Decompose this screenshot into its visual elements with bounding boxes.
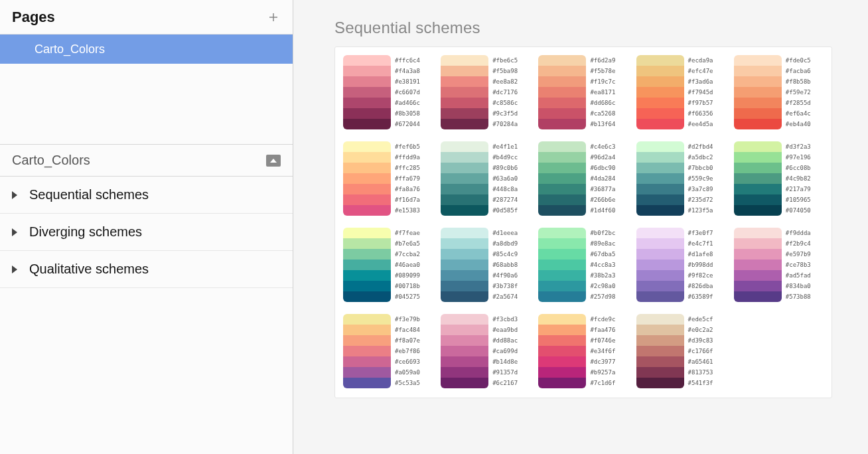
- hex-label: #89c0b6: [492, 163, 518, 173]
- hex-label: #f3ad6a: [688, 76, 713, 87]
- hex-label: #38b2a3: [590, 270, 615, 281]
- color-scheme-8[interactable]: #d2fbd4#a5dbc2#7bbcb0#559c9e#3a7c89#235d…: [636, 141, 729, 216]
- hex-label: #448c8a: [492, 184, 518, 194]
- add-page-button[interactable]: [266, 10, 281, 25]
- swatch: [636, 87, 684, 98]
- swatch: [636, 238, 684, 249]
- swatch: [538, 367, 586, 378]
- color-scheme-7[interactable]: #c4e6c3#96d2a4#6dbc90#4da284#36877a#266b…: [538, 141, 630, 216]
- color-scheme-1[interactable]: #fbe6c5#f5ba98#ee8a82#dc7176#c8586c#9c3f…: [441, 55, 533, 129]
- swatch: [734, 119, 782, 129]
- hex-labels: #d2fbd4#a5dbc2#7bbcb0#559c9e#3a7c89#235d…: [688, 141, 713, 216]
- swatch: [734, 238, 782, 249]
- hex-label: #dd686c: [590, 98, 615, 108]
- sidebar: Pages Carto_Colors Carto_Colors Sequenti…: [0, 0, 293, 454]
- hex-label: #d3f2a3: [786, 141, 811, 152]
- swatch-stack: [538, 228, 586, 302]
- swatch: [734, 249, 782, 260]
- swatch: [538, 228, 586, 238]
- color-scheme-17[interactable]: #fcde9c#faa476#f0746e#e34f6f#dc3977#b925…: [538, 314, 630, 388]
- hex-label: #a8dbd9: [492, 238, 518, 249]
- hex-label: #9f82ce: [688, 270, 713, 281]
- layers-header: Carto_Colors: [0, 145, 293, 177]
- hex-label: #4f90a6: [492, 270, 518, 281]
- hex-label: #63589f: [688, 291, 713, 302]
- swatch: [441, 281, 488, 291]
- hex-label: #c6607d: [395, 87, 420, 98]
- color-scheme-12[interactable]: #b0f2bc#89e8ac#67dba5#4cc8a3#38b2a3#2c98…: [538, 228, 630, 302]
- color-scheme-4[interactable]: #fde0c5#facba6#f8b58b#f59e72#f2855d#ef6a…: [734, 55, 826, 129]
- swatch: [343, 205, 391, 216]
- hex-label: #70284a: [492, 119, 518, 129]
- hex-label: #2c98a0: [590, 281, 615, 291]
- swatch: [636, 281, 684, 291]
- swatch: [636, 141, 684, 152]
- hex-label: #f19c7c: [590, 76, 615, 87]
- color-scheme-10[interactable]: #f7feae#b7e6a5#7ccba2#46aea0#089099#0071…: [343, 228, 435, 302]
- swatch: [441, 173, 488, 184]
- hex-label: #facba6: [786, 66, 811, 76]
- hex-label: #dc7176: [492, 87, 518, 98]
- color-scheme-9[interactable]: #d3f2a3#97e196#6cc08b#4c9b82#217a79#1059…: [734, 141, 826, 216]
- swatch: [734, 98, 782, 108]
- swatch: [441, 98, 488, 108]
- hex-label: #67dba5: [590, 249, 615, 260]
- layer-row-0[interactable]: Sequential schemes: [0, 177, 293, 214]
- hex-label: #b0f2bc: [590, 228, 615, 238]
- swatch: [343, 260, 391, 270]
- artboard-panel[interactable]: #ffc6c4#f4a3a8#e38191#c6607d#ad466c#8b30…: [334, 46, 832, 398]
- hex-label: #89e8ac: [590, 238, 615, 249]
- layer-row-1[interactable]: Diverging schemes: [0, 214, 293, 251]
- color-scheme-3[interactable]: #ecda9a#efc47e#f3ad6a#f7945d#f97b57#f663…: [636, 55, 729, 129]
- hex-label: #4cc8a3: [590, 260, 615, 270]
- swatch: [538, 378, 586, 388]
- color-scheme-6[interactable]: #e4f1e1#b4d9cc#89c0b6#63a6a0#448c8a#2872…: [441, 141, 533, 216]
- color-scheme-15[interactable]: #f3e79b#fac484#f8a07e#eb7f86#ce6693#a059…: [343, 314, 435, 388]
- color-scheme-13[interactable]: #f3e0f7#e4c7f1#d1afe8#b998dd#9f82ce#826d…: [636, 228, 729, 302]
- swatch: [343, 141, 391, 152]
- artboard-preview-icon[interactable]: [266, 155, 281, 167]
- color-scheme-0[interactable]: #ffc6c4#f4a3a8#e38191#c6607d#ad466c#8b30…: [343, 55, 435, 129]
- hex-label: #f16d7a: [395, 194, 420, 205]
- swatch: [343, 194, 391, 205]
- hex-label: #1d4f60: [590, 205, 615, 216]
- swatch: [343, 119, 391, 129]
- hex-label: #ca5268: [590, 108, 615, 119]
- color-scheme-5[interactable]: #fef6b5#ffdd9a#ffc285#ffa679#fa8a76#f16d…: [343, 141, 435, 216]
- swatch: [441, 87, 488, 98]
- color-scheme-16[interactable]: #f3cbd3#eaa9bd#dd88ac#ca699d#b14d8e#9135…: [441, 314, 533, 388]
- hex-label: #287274: [492, 194, 518, 205]
- color-scheme-14[interactable]: #f9ddda#f2b9c4#e597b9#ce78b3#ad5fad#834b…: [734, 228, 826, 302]
- hex-label: #e4c7f1: [688, 238, 713, 249]
- hex-label: #f9ddda: [786, 228, 811, 238]
- hex-label: #3a7c89: [688, 184, 713, 194]
- layer-row-2[interactable]: Qualitative schemes: [0, 251, 293, 288]
- swatch: [538, 173, 586, 184]
- hex-label: #ffa679: [395, 173, 420, 184]
- swatch: [538, 119, 586, 129]
- hex-label: #5c53a5: [395, 378, 420, 388]
- hex-labels: #ecda9a#efc47e#f3ad6a#f7945d#f97b57#f663…: [688, 55, 713, 129]
- swatch: [343, 108, 391, 119]
- hex-label: #f5ba98: [492, 66, 518, 76]
- swatch: [734, 184, 782, 194]
- swatch: [734, 55, 782, 66]
- color-scheme-18[interactable]: #ede5cf#e0c2a2#d39c83#c1766f#a65461#8137…: [636, 314, 729, 388]
- layer-label: Qualitative schemes: [29, 262, 149, 277]
- hex-label: #dc3977: [590, 356, 615, 367]
- hex-label: #ecda9a: [688, 55, 713, 66]
- color-scheme-11[interactable]: #d1eeea#a8dbd9#85c4c9#68abb8#4f90a6#3b73…: [441, 228, 533, 302]
- page-item-carto-colors[interactable]: Carto_Colors: [0, 35, 293, 64]
- hex-label: #d1afe8: [688, 249, 713, 260]
- hex-label: #fde0c5: [786, 55, 811, 66]
- swatch: [538, 98, 586, 108]
- color-scheme-2[interactable]: #f6d2a9#f5b78e#f19c7c#ea8171#dd686c#ca52…: [538, 55, 630, 129]
- artboard-heading: Sequential schemes: [334, 19, 868, 37]
- hex-label: #97e196: [786, 152, 811, 163]
- hex-label: #ef6a4c: [786, 108, 811, 119]
- disclosure-triangle-icon: [12, 265, 17, 273]
- swatch: [441, 291, 488, 302]
- hex-labels: #b0f2bc#89e8ac#67dba5#4cc8a3#38b2a3#2c98…: [590, 228, 615, 302]
- hex-label: #e597b9: [786, 249, 811, 260]
- hex-labels: #fbe6c5#f5ba98#ee8a82#dc7176#c8586c#9c3f…: [492, 55, 518, 129]
